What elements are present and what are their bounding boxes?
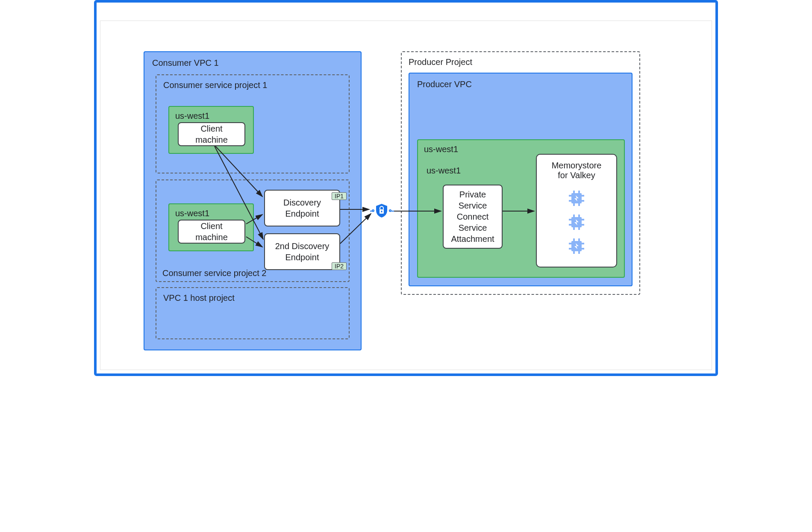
- svg-rect-17: [582, 224, 584, 226]
- producer-vpc-title: Producer VPC: [409, 73, 632, 89]
- svg-rect-23: [569, 243, 571, 244]
- svg-rect-28: [381, 211, 382, 212]
- svg-rect-15: [569, 224, 571, 226]
- svg-rect-1: [573, 191, 575, 193]
- producer-project-title: Producer Project: [402, 52, 639, 67]
- svg-rect-14: [569, 219, 571, 220]
- svg-rect-22: [578, 251, 580, 254]
- svg-rect-24: [569, 248, 571, 250]
- psc-service-attachment: Private Service Connect Service Attachme…: [443, 185, 503, 249]
- vpc1-host-project: VPC 1 host project: [156, 287, 350, 339]
- consumer-vpc-title: Consumer VPC 1: [144, 52, 361, 68]
- discovery-endpoint-1: Discovery Endpoint: [264, 190, 340, 226]
- consumer-project-1-title: Consumer service project 1: [156, 75, 349, 90]
- svg-rect-11: [578, 215, 580, 217]
- ip2-chip: IP2: [332, 262, 347, 270]
- svg-rect-3: [573, 203, 575, 206]
- svg-rect-26: [582, 248, 584, 250]
- discovery-endpoint-2: 2nd Discovery Endpoint: [264, 233, 340, 270]
- producer-region-outer-title: us-west1: [418, 140, 624, 154]
- svg-rect-21: [573, 251, 575, 254]
- svg-rect-10: [573, 215, 575, 217]
- brand-title: Google Cloud: [106, 4, 177, 18]
- consumer-project-1-region-title: us-west1: [169, 107, 253, 121]
- memorystore-card: Memorystore for Valkey: [536, 154, 617, 267]
- memorystore-title: Memorystore for Valkey: [552, 161, 602, 180]
- psc-connector-h: [391, 211, 394, 212]
- consumer-project-2-title: Consumer service project 2: [162, 268, 266, 278]
- brand-cloud: Cloud: [145, 4, 177, 17]
- svg-rect-25: [582, 243, 584, 244]
- svg-rect-8: [582, 200, 584, 202]
- vpc1-host-project-title: VPC 1 host project: [156, 288, 349, 303]
- svg-rect-20: [578, 238, 580, 241]
- client-machine-2: Client machine: [178, 220, 245, 244]
- svg-rect-19: [573, 238, 575, 241]
- client-machine-1: Client machine: [178, 122, 245, 146]
- svg-rect-5: [569, 195, 571, 197]
- svg-rect-2: [578, 191, 580, 193]
- svg-rect-12: [573, 227, 575, 230]
- svg-rect-13: [578, 227, 580, 230]
- cpu-icon: [568, 214, 585, 231]
- cpu-icon: [568, 238, 585, 255]
- svg-rect-4: [578, 203, 580, 206]
- psc-shield-icon: [375, 203, 388, 218]
- brand-google: Google: [106, 4, 145, 17]
- svg-rect-7: [582, 195, 584, 197]
- ip1-chip: IP1: [332, 192, 347, 200]
- producer-region-inner-title: us-west1: [427, 166, 461, 176]
- cpu-icon: [568, 190, 585, 207]
- svg-rect-16: [582, 219, 584, 220]
- consumer-project-2-region-title: us-west1: [169, 204, 253, 218]
- psc-connector-h: [370, 211, 373, 212]
- svg-rect-6: [569, 200, 571, 202]
